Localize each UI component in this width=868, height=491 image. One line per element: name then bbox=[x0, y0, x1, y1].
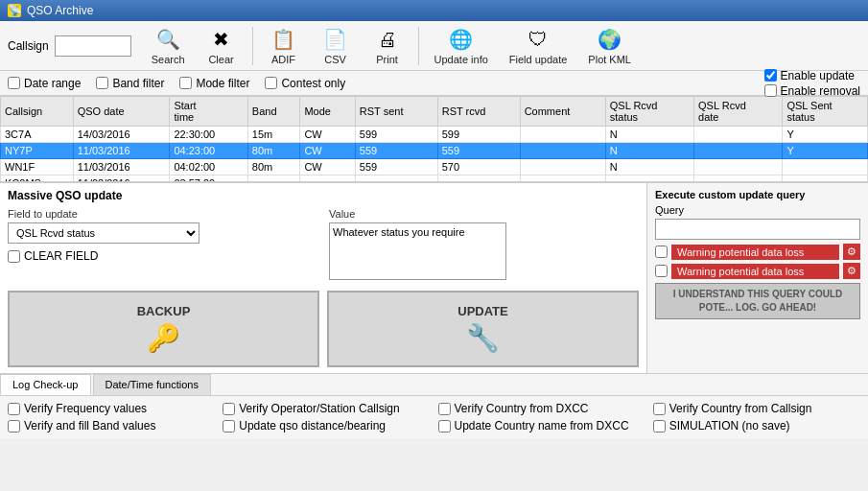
date-range-filter: Date range bbox=[8, 77, 81, 90]
tab-datetime[interactable]: Date/Time functions bbox=[93, 374, 211, 395]
check-checkbox[interactable] bbox=[8, 420, 20, 433]
qso-table-area: Callsign QSO date Starttime Band Mode RS… bbox=[0, 96, 868, 182]
warning1-btn[interactable]: ⚙ bbox=[843, 244, 860, 260]
print-icon: 🖨 bbox=[374, 26, 401, 53]
warning2-label: Warning potential data loss bbox=[671, 264, 839, 279]
update-box[interactable]: UPDATE 🔧 bbox=[327, 291, 639, 367]
table-cell bbox=[694, 159, 783, 175]
check-checkbox[interactable] bbox=[653, 403, 666, 415]
contest-only-label: Contest only bbox=[281, 77, 345, 90]
tab-bar: Log Check-up Date/Time functions bbox=[0, 374, 868, 396]
check-checkbox[interactable] bbox=[653, 420, 666, 433]
field-update-icon: 🛡 bbox=[525, 26, 551, 53]
table-cell: N bbox=[605, 127, 693, 143]
table-cell: 11/03/2016 bbox=[73, 143, 170, 159]
contest-only-checkbox[interactable] bbox=[265, 77, 277, 89]
table-cell: 80m bbox=[247, 159, 300, 175]
callsign-label: Callsign bbox=[8, 39, 49, 53]
middle-area: Massive QSO update Field to update QSL R… bbox=[0, 182, 868, 373]
backup-label: BACKUP bbox=[137, 304, 191, 318]
field-to-update-select[interactable]: QSL Rcvd status QSL Sent status Comment … bbox=[8, 222, 199, 244]
enable-update-checkbox[interactable] bbox=[764, 69, 777, 82]
backup-box[interactable]: BACKUP 🔑 bbox=[8, 291, 319, 367]
col-mode: Mode bbox=[300, 97, 355, 127]
plot-kml-icon: 🌍 bbox=[597, 26, 623, 53]
right-filters: Enable update Enable removal bbox=[764, 69, 860, 98]
check-label: Update qso distance/bearing bbox=[239, 419, 386, 433]
field-update-button[interactable]: 🛡 Field update bbox=[501, 22, 576, 69]
table-cell: 04:02:00 bbox=[170, 159, 247, 175]
check-checkbox[interactable] bbox=[223, 420, 235, 433]
table-header-row: Callsign QSO date Starttime Band Mode RS… bbox=[1, 97, 868, 127]
table-row[interactable]: KC0MS11/03/201603:57:00 bbox=[1, 175, 868, 183]
check-checkbox[interactable] bbox=[223, 403, 235, 415]
mode-filter-label: Mode filter bbox=[196, 77, 249, 90]
col-rst-rcvd: RST rcvd bbox=[437, 97, 520, 127]
check-item: Verify and fill Band values bbox=[8, 419, 215, 433]
update-icon: 🔧 bbox=[466, 322, 500, 354]
check-item: Verify Frequency values bbox=[8, 402, 215, 415]
col-qsl-rcvd-status: QSL Rcvdstatus bbox=[605, 97, 693, 127]
table-cell: 559 bbox=[437, 143, 520, 159]
adif-button[interactable]: 📋 ADIF bbox=[260, 22, 308, 69]
check-label: SIMULATION (no save) bbox=[669, 419, 790, 433]
tab-content: Verify Frequency valuesVerify Operator/S… bbox=[0, 396, 868, 438]
table-row[interactable]: NY7P11/03/201604:23:0080mCW559559NY bbox=[1, 143, 868, 159]
app-icon: 📡 bbox=[8, 4, 21, 17]
query-input[interactable] bbox=[655, 219, 860, 240]
warning-row-2: Warning potential data loss ⚙ bbox=[655, 263, 860, 279]
clear-button[interactable]: ✖ Clear bbox=[198, 22, 246, 69]
table-cell bbox=[520, 143, 605, 159]
table-row[interactable]: 3C7A14/03/201622:30:0015mCW599599NY bbox=[1, 127, 868, 143]
clear-field-checkbox[interactable] bbox=[8, 250, 20, 263]
table-row[interactable]: WN1F11/03/201604:02:0080mCW559570N bbox=[1, 159, 868, 175]
table-cell bbox=[520, 159, 605, 175]
clear-icon: ✖ bbox=[208, 26, 235, 53]
callsign-input[interactable] bbox=[55, 35, 131, 57]
warning2-checkbox[interactable] bbox=[655, 265, 668, 277]
query-panel: Execute custom update query Query Warnin… bbox=[647, 183, 868, 373]
update-info-icon: 🌐 bbox=[448, 26, 475, 53]
mode-filter-checkbox[interactable] bbox=[179, 77, 192, 89]
value-textarea[interactable]: Whatever status you require bbox=[329, 222, 506, 280]
enable-removal-checkbox[interactable] bbox=[764, 84, 777, 97]
check-checkbox[interactable] bbox=[438, 403, 451, 415]
table-cell bbox=[783, 175, 868, 183]
clear-field-label: CLEAR FIELD bbox=[24, 249, 98, 263]
title-bar: 📡 QSO Archive bbox=[0, 0, 868, 21]
enable-removal-filter: Enable removal bbox=[764, 84, 860, 98]
dialog-area: Massive QSO update Field to update QSL R… bbox=[0, 183, 647, 373]
search-button[interactable]: 🔍 Search bbox=[143, 22, 194, 69]
check-item: Verify Country from Callsign bbox=[653, 402, 860, 415]
update-info-button[interactable]: 🌐 Update info bbox=[426, 22, 497, 69]
col-qsl-sent-status: QSL Sentstatus bbox=[783, 97, 868, 127]
check-item: Update qso distance/bearing bbox=[223, 419, 430, 433]
table-cell: 11/03/2016 bbox=[73, 159, 170, 175]
warning1-checkbox[interactable] bbox=[655, 246, 668, 258]
enable-update-filter: Enable update bbox=[764, 69, 860, 82]
check-checkbox[interactable] bbox=[438, 420, 451, 433]
tab-log-checkup[interactable]: Log Check-up bbox=[0, 374, 91, 395]
warning2-btn[interactable]: ⚙ bbox=[843, 263, 860, 279]
band-filter-label: Band filter bbox=[112, 77, 164, 90]
table-cell: Y bbox=[783, 127, 868, 143]
band-filter-checkbox[interactable] bbox=[96, 77, 108, 89]
update-info-label: Update info bbox=[434, 54, 488, 65]
table-cell: CW bbox=[300, 127, 355, 143]
table-cell: CW bbox=[300, 143, 355, 159]
plot-kml-button[interactable]: 🌍 Plot KML bbox=[579, 22, 640, 69]
csv-button[interactable]: 📄 CSV bbox=[312, 22, 360, 69]
backup-icon: 🔑 bbox=[147, 322, 180, 354]
date-range-checkbox[interactable] bbox=[8, 77, 20, 89]
col-band: Band bbox=[247, 97, 300, 127]
understand-button[interactable]: I UNDERSTAND THIS QUERY COULD POTE... LO… bbox=[655, 283, 860, 319]
col-qsl-rcvd-date: QSL Rcvddate bbox=[694, 97, 783, 127]
query-title: Execute custom update query bbox=[655, 189, 860, 200]
table-cell: 04:23:00 bbox=[170, 143, 247, 159]
col-start-time: Starttime bbox=[170, 97, 247, 127]
plot-kml-label: Plot KML bbox=[588, 54, 631, 65]
table-cell: 599 bbox=[355, 127, 437, 143]
print-button[interactable]: 🖨 Print bbox=[364, 22, 411, 69]
check-checkbox[interactable] bbox=[8, 403, 20, 415]
csv-label: CSV bbox=[324, 54, 346, 65]
